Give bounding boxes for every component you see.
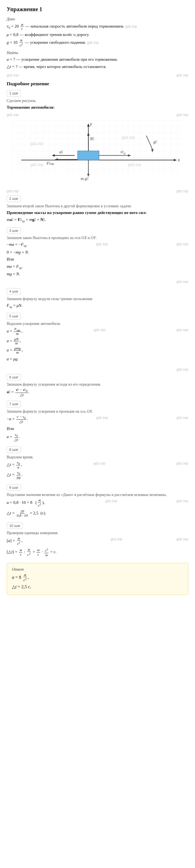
solution-title: Подробное решение <box>7 80 188 88</box>
step-badge-9: 9 шаг <box>7 484 21 491</box>
step-4-instruction: Запишем формулу модуля силы трения сколь… <box>7 296 188 302</box>
answer-box: Ответ a = 8 мс2, △t = 2,5 с. <box>7 563 188 595</box>
step-7-content: −a = v − v0△t. Или a = v0△t. gdz.top gdz… <box>7 415 188 442</box>
svg-text:x: x <box>177 157 180 162</box>
step-3: 3 шаг Запишем закон Ньютона в проекциях … <box>7 227 188 284</box>
watermark-row: gdz.top gdz.top <box>7 72 188 78</box>
step-6: gdz.top 6 шаг Запишем формулу ускорения … <box>7 367 188 397</box>
svg-text:g⃗: g⃗ <box>85 176 88 181</box>
step-7-instruction: Запишем формулу ускорения в проекция на … <box>7 408 188 414</box>
svg-rect-1 <box>12 120 183 175</box>
step-2-content: Произведение массы на ускорение равно су… <box>7 210 188 223</box>
svg-text:N⃗: N⃗ <box>90 136 94 141</box>
step-5: 5 шаг Выразим ускорение автомобиля. a = … <box>7 313 188 363</box>
step-1-title: Торможение автомобиля: <box>7 104 188 111</box>
watermark-inline2: gdz.top <box>87 40 99 44</box>
dado-label: Дано <box>7 16 188 22</box>
step-9-instruction: Подставим значения величин из «Дано» в р… <box>7 492 188 498</box>
step-5-instruction: Выразим ускорение автомобиля. <box>7 321 188 327</box>
step-10-instruction: Проверим единицы измерения. <box>7 530 188 536</box>
diagram: x y a⃗ v⃗0 N⃗ <box>7 120 188 184</box>
step-10: 10 шаг Проверим единицы измерения. [a] =… <box>7 523 188 558</box>
svg-rect-8 <box>78 151 99 160</box>
step-badge-10: 10 шаг <box>7 523 23 529</box>
step-1: 1 шаг Сделаем рисунок. Торможение автомо… <box>7 90 188 184</box>
nayti-label: Найти <box>7 50 188 56</box>
svg-text:a⃗: a⃗ <box>59 149 63 154</box>
wm-step2: gdz.top gdz.top <box>7 188 188 194</box>
step-badge-8: 8 шаг <box>7 446 21 453</box>
step-8: 8 шаг Выразим время. △t = v0a, △t = v0μg… <box>7 446 188 480</box>
nayti-line-1: a = ? — ускорение движения автомобиля пр… <box>7 56 188 63</box>
dado-section: Дано v0 = 20 мс — начальная скорость авт… <box>7 16 188 48</box>
step-badge-1: 1 шаг <box>7 90 21 97</box>
page: Упражнение 1 Дано v0 = 20 мс — начальная… <box>0 0 195 603</box>
step-4: 4 шаг Запишем формулу модуля силы трения… <box>7 288 188 309</box>
answer-line-2: △t = 2,5 с. <box>12 584 183 590</box>
page-title: Упражнение 1 <box>7 5 188 13</box>
dado-line-1: v0 = 20 мс — начальная скорость автомоби… <box>7 23 188 31</box>
svg-text:m: m <box>81 176 84 181</box>
step-badge-6: 6 шаг <box>7 374 21 381</box>
step-badge-5: 5 шаг <box>7 313 21 320</box>
step-10-content: [a] = мс2, [△t] = мс : мс2 = мс · с2м = … <box>7 536 188 558</box>
svg-text:gdz.top: gdz.top <box>122 135 135 139</box>
watermark-right: gdz.top <box>176 72 188 78</box>
svg-text:y: y <box>90 121 92 126</box>
step-7: 7 шаг Запишем формулу ускорения в проекц… <box>7 401 188 442</box>
step-4-content: Fтр = μN. <box>7 302 188 309</box>
step-8-content: △t = v0a, △t = v0μg. gdz.top gdz.top <box>7 461 188 480</box>
watermark-left: gdz.top <box>7 72 19 78</box>
step-3-instruction: Запишем закон Ньютона в проекциях на оси… <box>7 235 188 241</box>
nayti-line-2: △t = ? — время, через которое автомобиль… <box>7 64 188 70</box>
step-5-content: a = Fтрm, a = μNm, a = μmgm, a = μg. gdz… <box>7 327 188 363</box>
step-3-content: −ma = −Fтр. gdz.top gdz.top 0 = −mg + N.… <box>7 241 188 284</box>
diagram-svg: x y a⃗ v⃗0 N⃗ <box>7 120 188 184</box>
step-6-content: a⃗ = v⃗ − v⃗0△t. <box>7 388 188 397</box>
svg-text:gdz.top: gdz.top <box>30 162 43 167</box>
step-badge-2: 2 шаг <box>7 195 21 202</box>
answer-line-1: a = 8 мс2, <box>12 573 183 582</box>
svg-text:gdz.top: gdz.top <box>128 162 141 167</box>
step-9-content: a = 0,8 · 10 = 8 (мс2), △t = 200,8 · 10 … <box>7 498 188 519</box>
step-8-instruction: Выразим время. <box>7 454 188 460</box>
step-2: gdz.top gdz.top 2 шаг Запишем второй зак… <box>7 188 188 223</box>
svg-text:F⃗тр: F⃗тр <box>46 161 54 165</box>
dado-line-3: g = 10 мс2 — ускорение свободного падени… <box>7 38 188 48</box>
answer-label: Ответ <box>12 566 183 572</box>
step-2-instruction: Запишем второй закон Ньютона в другой фо… <box>7 203 188 209</box>
svg-text:g⃗: g⃗ <box>153 139 157 144</box>
watermark-inline: gdz.top <box>125 24 137 28</box>
step-6-instruction: Запишем формулу ускорения исходя из его … <box>7 381 188 387</box>
svg-text:gdz.top: gdz.top <box>30 141 43 146</box>
step-badge-3: 3 шаг <box>7 227 21 234</box>
watermark-row-diag: gdz.top gdz.top <box>7 112 188 118</box>
dado-line-2: μ = 0,8 — коэффициент трения колёс о дор… <box>7 31 188 38</box>
step-badge-4: 4 шаг <box>7 288 21 295</box>
nayti-section: Найти a = ? — ускорение движения автомоб… <box>7 50 188 70</box>
step-1-instruction: Сделаем рисунок. <box>7 98 188 104</box>
step-9: 9 шаг Подставим значения величин из «Дан… <box>7 484 188 519</box>
step-badge-7: 7 шаг <box>7 401 21 407</box>
